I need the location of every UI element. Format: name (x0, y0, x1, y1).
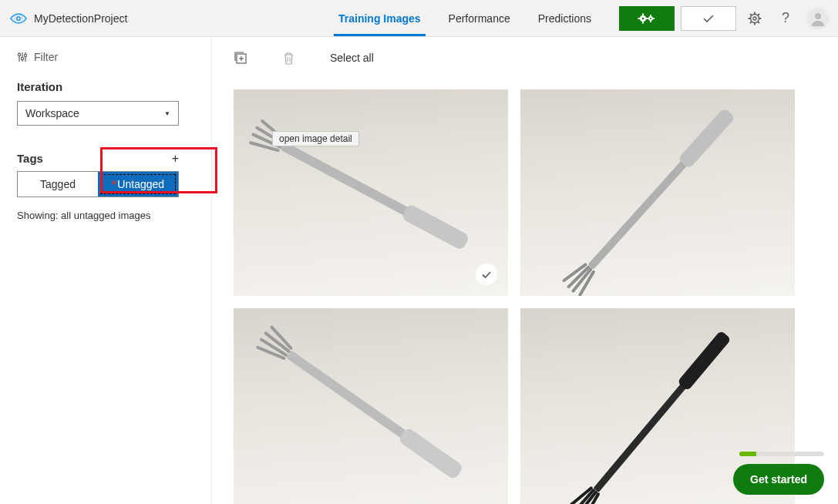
svg-rect-6 (638, 18, 641, 19)
svg-line-21 (758, 22, 759, 23)
svg-point-0 (17, 16, 21, 20)
svg-line-22 (750, 22, 752, 23)
progress-bar (739, 452, 824, 456)
tooltip: open image detail (272, 131, 359, 146)
thumbnail-image (520, 89, 795, 296)
svg-rect-10 (650, 15, 651, 16)
svg-point-15 (753, 17, 756, 20)
tags-section: Tags + Tagged *Untagged Showing: all unt… (17, 152, 194, 221)
top-bar: MyDetectionProject Training Images Perfo… (0, 0, 838, 37)
svg-rect-11 (650, 20, 651, 22)
gears-icon (638, 12, 656, 25)
filter-label: Filter (34, 51, 58, 63)
content-toolbar: Select all (234, 51, 816, 65)
thumbnail-image (234, 308, 508, 504)
add-images-button[interactable] (234, 51, 247, 65)
train-button[interactable] (619, 6, 675, 31)
chevron-down-icon: ▼ (164, 110, 170, 117)
help-icon: ? (782, 10, 789, 26)
eye-icon (9, 9, 28, 28)
tab-predictions[interactable]: Predictions (538, 0, 591, 36)
svg-rect-54 (594, 378, 691, 492)
content: Select all open (212, 37, 838, 504)
person-icon (809, 10, 826, 27)
image-thumbnail[interactable] (520, 89, 795, 296)
delete-button[interactable] (283, 52, 294, 65)
iteration-value: Workspace (25, 107, 79, 119)
svg-point-26 (18, 53, 20, 55)
svg-rect-5 (642, 21, 644, 23)
get-started-button[interactable]: Get started (733, 464, 824, 495)
quick-test-button[interactable] (681, 6, 736, 31)
svg-rect-36 (280, 142, 413, 219)
svg-line-20 (750, 14, 752, 15)
svg-point-24 (815, 13, 821, 19)
svg-rect-42 (587, 156, 692, 270)
image-thumbnail[interactable]: open image detail (234, 89, 508, 296)
avatar[interactable] (807, 8, 829, 29)
tabs: Training Images Performance Predictions (338, 0, 591, 36)
tag-filter-segmented: Tagged *Untagged (17, 171, 179, 197)
svg-point-14 (751, 14, 759, 22)
asterisk-icon: * (112, 178, 116, 190)
svg-rect-4 (642, 13, 644, 15)
svg-rect-13 (653, 18, 655, 19)
svg-point-3 (642, 17, 644, 19)
add-image-icon (234, 51, 247, 65)
sidebar: Filter Iteration Workspace ▼ Tags + Tagg… (0, 37, 212, 504)
svg-rect-48 (286, 351, 412, 442)
svg-point-30 (24, 54, 26, 56)
project-name: MyDetectionProject (34, 12, 127, 25)
get-started-panel: Get started (733, 452, 824, 495)
filter-icon (17, 52, 28, 62)
tab-training-images[interactable]: Training Images (338, 0, 421, 36)
main: Filter Iteration Workspace ▼ Tags + Tagg… (0, 37, 838, 504)
image-grid: open image detail (234, 89, 816, 504)
help-button[interactable]: ? (773, 6, 798, 31)
trash-icon (283, 52, 294, 65)
add-tag-button[interactable]: + (172, 153, 179, 165)
iteration-label: Iteration (17, 80, 194, 93)
svg-rect-37 (401, 203, 470, 251)
tags-label: Tags (17, 152, 43, 165)
svg-point-1 (15, 15, 22, 22)
settings-button[interactable] (742, 6, 767, 31)
svg-rect-43 (678, 107, 735, 169)
select-badge[interactable] (476, 264, 497, 285)
filter-row[interactable]: Filter (17, 51, 194, 63)
svg-rect-12 (647, 18, 648, 19)
svg-point-9 (650, 18, 651, 19)
svg-rect-55 (677, 331, 731, 391)
svg-point-28 (21, 57, 23, 59)
image-thumbnail[interactable] (234, 308, 508, 504)
gear-icon (748, 12, 762, 25)
segment-tagged[interactable]: Tagged (18, 172, 98, 197)
progress-fill (739, 452, 756, 456)
thumbnail-image (234, 89, 508, 296)
iteration-select[interactable]: Workspace ▼ (17, 101, 179, 126)
svg-line-23 (758, 14, 759, 15)
logo: MyDetectionProject (9, 9, 127, 28)
showing-text: Showing: all untagged images (17, 210, 194, 221)
check-icon (702, 14, 715, 23)
select-all-button[interactable]: Select all (330, 52, 374, 64)
svg-rect-49 (398, 427, 464, 481)
segment-untagged[interactable]: *Untagged (98, 172, 178, 197)
check-icon (481, 270, 492, 279)
tab-performance[interactable]: Performance (449, 0, 510, 36)
